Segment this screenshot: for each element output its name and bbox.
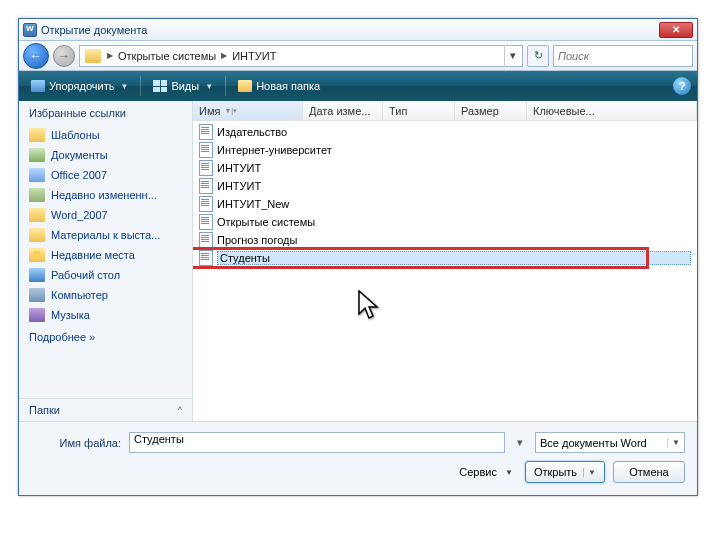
sidebar-item-label: Шаблоны xyxy=(51,129,100,141)
computer-icon xyxy=(29,288,45,302)
sidebar-item[interactable]: Шаблоны xyxy=(19,125,192,145)
open-dialog: Открытие документа ✕ ← → ▶ Открытые сист… xyxy=(18,18,698,496)
open-label: Открыть xyxy=(534,466,577,478)
filename-combo[interactable] xyxy=(129,432,505,453)
file-row[interactable]: Открытые системы xyxy=(193,213,697,231)
document-icon xyxy=(199,160,213,176)
file-row[interactable]: Издательство xyxy=(193,123,697,141)
file-list: ИздательствоИнтернет-университетИНТУИТИН… xyxy=(193,121,697,269)
file-name: Студенты xyxy=(217,251,691,265)
filter-combo[interactable]: Все документы Word ▼ xyxy=(535,432,685,453)
cancel-button[interactable]: Отмена xyxy=(613,461,685,483)
filename-input[interactable] xyxy=(134,433,500,445)
document-icon xyxy=(199,196,213,212)
new-folder-button[interactable]: Новая папка xyxy=(232,74,326,98)
help-button[interactable]: ? xyxy=(673,77,691,95)
sidebar-item[interactable]: Office 2007 xyxy=(19,165,192,185)
sidebar-item[interactable]: Недавно измененн... xyxy=(19,185,192,205)
word-icon xyxy=(23,23,37,37)
file-name: ИНТУИТ xyxy=(217,162,261,174)
sidebar-more[interactable]: Подробнее » xyxy=(19,327,192,347)
sidebar-item[interactable]: Word_2007 xyxy=(19,205,192,225)
open-button[interactable]: Открыть ▼ xyxy=(525,461,605,483)
sidebar-item[interactable]: Недавние места xyxy=(19,245,192,265)
file-name: Интернет-университет xyxy=(217,144,332,156)
nav-bar: ← → ▶ Открытые системы ▶ ИНТУИТ ▾ ↻ xyxy=(19,41,697,71)
breadcrumb[interactable]: ▶ Открытые системы ▶ ИНТУИТ ▾ xyxy=(79,45,523,67)
close-button[interactable]: ✕ xyxy=(659,22,693,38)
tools-label: Сервис xyxy=(459,466,497,478)
file-row[interactable]: Интернет-университет xyxy=(193,141,697,159)
chevron-up-icon: ^ xyxy=(178,405,182,415)
col-type[interactable]: Тип xyxy=(383,101,455,120)
file-name: Издательство xyxy=(217,126,287,138)
chevron-right-icon: ▶ xyxy=(107,51,113,60)
chevron-down-icon: ▼ xyxy=(583,468,596,477)
col-name[interactable]: Имя▼|▾ xyxy=(193,101,303,120)
file-row[interactable]: ИНТУИТ xyxy=(193,177,697,195)
col-date[interactable]: Дата изме... xyxy=(303,101,383,120)
folders-toggle[interactable]: Папки ^ xyxy=(19,398,192,421)
file-row[interactable]: ИНТУИТ_New xyxy=(193,195,697,213)
arrow-left-icon: ← xyxy=(30,49,42,63)
breadcrumb-item[interactable]: Открытые системы xyxy=(116,50,218,62)
sidebar-list: ШаблоныДокументыOffice 2007Недавно измен… xyxy=(19,123,192,327)
refresh-button[interactable]: ↻ xyxy=(527,45,549,67)
dialog-footer: Имя файла: ▾ Все документы Word ▼ Сервис… xyxy=(19,421,697,495)
file-row[interactable]: Прогноз погоды xyxy=(193,231,697,249)
col-keywords[interactable]: Ключевые... xyxy=(527,101,697,120)
file-pane: Имя▼|▾ Дата изме... Тип Размер Ключевые.… xyxy=(193,101,697,421)
chevron-down-icon: ▼ xyxy=(205,82,213,91)
file-row[interactable]: Студенты xyxy=(193,249,697,267)
new-folder-icon xyxy=(238,80,252,92)
chevron-down-icon: ▼ xyxy=(501,468,513,477)
organize-button[interactable]: Упорядочить ▼ xyxy=(25,74,134,98)
sidebar-header: Избранные ссылки xyxy=(19,101,192,123)
sidebar-item[interactable]: Музыка xyxy=(19,305,192,325)
tools-button[interactable]: Сервис ▼ xyxy=(455,462,517,483)
sidebar-item[interactable]: Документы xyxy=(19,145,192,165)
folders-label: Папки xyxy=(29,404,60,416)
star-icon xyxy=(29,248,45,262)
titlebar: Открытие документа ✕ xyxy=(19,19,697,41)
breadcrumb-item[interactable]: ИНТУИТ xyxy=(230,50,278,62)
sidebar-item-label: Word_2007 xyxy=(51,209,108,221)
recent-icon xyxy=(29,188,45,202)
filter-label: Все документы Word xyxy=(540,437,663,449)
views-button[interactable]: Виды ▼ xyxy=(147,74,219,98)
document-icon xyxy=(199,214,213,230)
search-input[interactable] xyxy=(558,50,688,62)
sidebar-item-label: Материалы к выста... xyxy=(51,229,160,241)
window-title: Открытие документа xyxy=(41,24,659,36)
file-name: ИНТУИТ xyxy=(217,180,261,192)
breadcrumb-dropdown[interactable]: ▾ xyxy=(504,46,520,66)
separator xyxy=(225,76,226,96)
sidebar-item-label: Office 2007 xyxy=(51,169,107,181)
views-label: Виды xyxy=(171,80,199,92)
file-name: ИНТУИТ_New xyxy=(217,198,289,210)
col-size[interactable]: Размер xyxy=(455,101,527,120)
dialog-body: Избранные ссылки ШаблоныДокументыOffice … xyxy=(19,101,697,421)
document-icon xyxy=(199,250,213,266)
back-button[interactable]: ← xyxy=(23,43,49,69)
forward-button[interactable]: → xyxy=(53,45,75,67)
search-box[interactable] xyxy=(553,45,693,67)
file-name: Прогноз погоды xyxy=(217,234,297,246)
sidebar: Избранные ссылки ШаблоныДокументыOffice … xyxy=(19,101,193,421)
arrow-right-icon: → xyxy=(58,49,70,63)
file-name: Открытые системы xyxy=(217,216,315,228)
music-icon xyxy=(29,308,45,322)
folder-icon xyxy=(29,208,45,222)
sidebar-item[interactable]: Материалы к выста... xyxy=(19,225,192,245)
folder-blue-icon xyxy=(29,168,45,182)
organize-label: Упорядочить xyxy=(49,80,114,92)
filename-dropdown[interactable]: ▾ xyxy=(513,436,527,449)
column-headers: Имя▼|▾ Дата изме... Тип Размер Ключевые.… xyxy=(193,101,697,121)
separator xyxy=(140,76,141,96)
sidebar-item[interactable]: Рабочий стол xyxy=(19,265,192,285)
cancel-label: Отмена xyxy=(629,466,668,478)
sidebar-item[interactable]: Компьютер xyxy=(19,285,192,305)
views-icon xyxy=(153,80,167,92)
filename-label: Имя файла: xyxy=(31,437,121,449)
file-row[interactable]: ИНТУИТ xyxy=(193,159,697,177)
